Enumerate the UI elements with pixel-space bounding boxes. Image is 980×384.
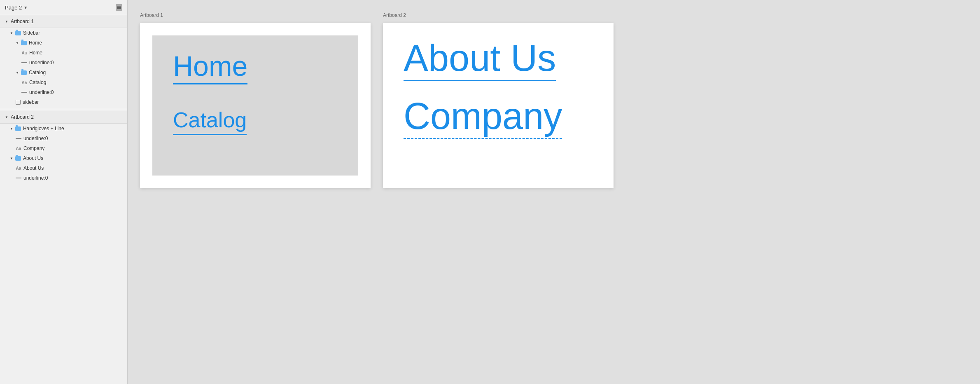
home-nav-text: Home xyxy=(173,52,247,80)
handgloves-group-label: Handgloves + Line xyxy=(23,126,64,131)
company-text-icon: Aa xyxy=(16,145,21,151)
artboard2-label: Artboard 2 xyxy=(11,114,34,120)
sidebar-rect-item[interactable]: sidebar xyxy=(0,97,127,107)
home-underline-label: underline:0 xyxy=(29,60,54,66)
sidebar-group-label: Sidebar xyxy=(23,30,40,36)
catalog-underline-item[interactable]: underline:0 xyxy=(0,87,127,97)
artboard2-layer-tree: ▼ Handgloves + Line underline:0 Aa Compa… xyxy=(0,124,127,183)
artboard1-layer-tree: ▼ Sidebar ▼ Home Aa Home underline:0 ▼ C… xyxy=(0,28,127,107)
about-us-group-label: About Us xyxy=(23,155,43,161)
about-us-underline-label: underline:0 xyxy=(23,175,48,181)
artboard1-section-header[interactable]: ▼ Artboard 1 xyxy=(0,15,127,28)
sidebar-rect-label: sidebar xyxy=(23,99,39,105)
catalog-nav-underline xyxy=(173,134,247,135)
home-group-label: Home xyxy=(29,40,42,46)
panel-icon-svg xyxy=(117,6,121,9)
sidebar-rect-icon xyxy=(16,100,21,105)
page-selector-chevron: ▼ xyxy=(23,5,28,10)
about-us-folder-icon xyxy=(15,156,21,161)
about-us-nav-text: About Us xyxy=(404,40,556,77)
about-us-text-icon: Aa xyxy=(16,165,21,171)
catalog-nav-item: Catalog xyxy=(173,109,247,135)
artboard1-inner: Home Catalog xyxy=(152,35,358,176)
canvas-area: Artboard 1 Home Catalog Artboard 2 Abou xyxy=(128,0,980,384)
handgloves-group-toggle: ▼ xyxy=(10,127,13,131)
home-text-label: Home xyxy=(29,50,42,56)
about-us-text-item[interactable]: Aa About Us xyxy=(0,163,127,173)
about-us-underline-icon xyxy=(16,178,21,178)
home-group-toggle: ▼ xyxy=(16,41,19,45)
home-nav-underline xyxy=(173,83,247,84)
section-separator xyxy=(0,109,127,109)
catalog-nav-text: Catalog xyxy=(173,109,247,131)
page-selector-label: Page 2 xyxy=(5,5,22,11)
panel-header[interactable]: Page 2 ▼ xyxy=(0,0,127,15)
about-us-nav-underline xyxy=(404,80,556,81)
sidebar-folder-icon xyxy=(15,31,21,35)
catalog-folder-icon xyxy=(21,70,27,75)
about-us-text-label: About Us xyxy=(23,165,44,171)
catalog-group-toggle: ▼ xyxy=(16,71,19,75)
about-us-group-item[interactable]: ▼ About Us xyxy=(0,153,127,163)
company-text-item[interactable]: Aa Company xyxy=(0,143,127,153)
about-us-nav-item: About Us xyxy=(404,40,556,81)
page-selector[interactable]: Page 2 ▼ xyxy=(5,5,28,11)
artboard1[interactable]: Home Catalog xyxy=(140,23,371,188)
catalog-text-icon: Aa xyxy=(21,80,27,85)
artboard2-section-header[interactable]: ▼ Artboard 2 xyxy=(0,111,127,124)
artboard1-toggle: ▼ xyxy=(5,20,8,23)
company-nav-text: Company xyxy=(404,98,562,135)
artboard1-canvas-label: Artboard 1 xyxy=(140,12,371,18)
panel-icon-button[interactable] xyxy=(116,4,122,11)
svg-rect-1 xyxy=(117,7,121,8)
home-underline-icon xyxy=(21,62,27,63)
artboard2[interactable]: About Us Company xyxy=(383,23,614,188)
catalog-underline-icon xyxy=(21,92,27,93)
about-us-underline-item[interactable]: underline:0 xyxy=(0,173,127,183)
home-text-icon: Aa xyxy=(21,50,27,56)
svg-rect-0 xyxy=(117,6,121,7)
home-text-item[interactable]: Aa Home xyxy=(0,48,127,58)
sidebar-group-toggle: ▼ xyxy=(10,31,13,35)
artboard2-container: Artboard 2 About Us Company xyxy=(383,12,614,372)
home-group-item[interactable]: ▼ Home xyxy=(0,38,127,48)
company-text-label: Company xyxy=(23,145,44,151)
handgloves-underline-icon xyxy=(16,138,21,139)
catalog-group-item[interactable]: ▼ Catalog xyxy=(0,68,127,77)
company-nav-item: Company xyxy=(404,98,562,139)
handgloves-underline-item[interactable]: underline:0 xyxy=(0,133,127,143)
handgloves-underline-label: underline:0 xyxy=(23,136,48,141)
catalog-text-label: Catalog xyxy=(29,80,46,85)
left-panel: Page 2 ▼ ▼ Artboard 1 ▼ Sidebar ▼ Home xyxy=(0,0,128,384)
artboard1-label: Artboard 1 xyxy=(11,19,34,24)
handgloves-folder-icon xyxy=(15,126,21,131)
home-folder-icon xyxy=(21,41,27,45)
about-us-group-toggle: ▼ xyxy=(10,157,13,160)
catalog-text-item[interactable]: Aa Catalog xyxy=(0,77,127,87)
home-nav-item: Home xyxy=(173,52,247,84)
home-underline-item[interactable]: underline:0 xyxy=(0,58,127,68)
handgloves-group-item[interactable]: ▼ Handgloves + Line xyxy=(0,124,127,133)
artboard2-toggle: ▼ xyxy=(5,115,8,119)
catalog-group-label: Catalog xyxy=(29,70,46,75)
svg-rect-2 xyxy=(117,8,121,9)
company-nav-underline xyxy=(404,138,562,139)
artboard1-container: Artboard 1 Home Catalog xyxy=(140,12,371,372)
artboard2-canvas-label: Artboard 2 xyxy=(383,12,614,18)
sidebar-group-item[interactable]: ▼ Sidebar xyxy=(0,28,127,38)
catalog-underline-label: underline:0 xyxy=(29,89,54,95)
